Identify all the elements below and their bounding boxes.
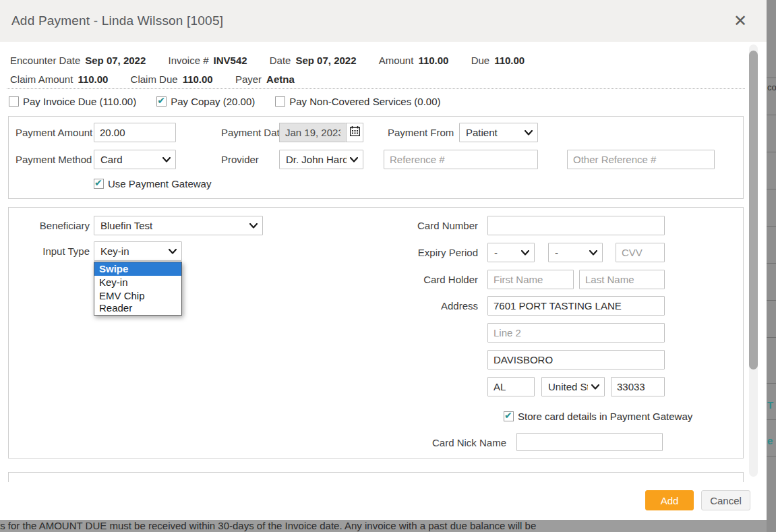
invoice-number-value: INV542 <box>214 55 247 66</box>
provider-select[interactable]: Dr. John Hardy <box>279 150 363 169</box>
due-label: Due <box>471 55 490 66</box>
country-value: United St <box>548 381 588 392</box>
encounter-date-label: Encounter Date <box>10 55 80 66</box>
payment-method-select[interactable]: Card <box>94 150 176 169</box>
background-row-divider <box>767 263 776 264</box>
background-row-divider <box>767 419 776 420</box>
payment-details-section: Payment Amount Payment Date Payment From… <box>8 116 744 199</box>
expiry-year-select[interactable]: - <box>548 243 603 262</box>
last-name-input[interactable] <box>579 270 665 289</box>
pay-noncovered-label: Pay Non-Covered Services (0.00) <box>289 96 440 107</box>
amount-label: Amount <box>379 55 414 66</box>
use-payment-gateway-checkbox[interactable]: Use Payment Gateway <box>94 178 211 189</box>
card-number-input[interactable] <box>487 216 665 235</box>
store-card-checkbox[interactable]: Store card details in Payment Gateway <box>504 411 692 422</box>
claim-amount-value: 110.00 <box>78 73 108 85</box>
background-text-fragment: e <box>767 435 773 446</box>
other-reference-input[interactable] <box>567 150 715 169</box>
country-select[interactable]: United St <box>541 377 605 396</box>
expiry-period-label: Expiry Period <box>386 243 478 262</box>
dotted-divider <box>7 88 745 89</box>
checkbox-checked-icon[interactable] <box>504 411 514 421</box>
input-type-select[interactable]: Key-in <box>94 241 182 261</box>
cvv-input[interactable] <box>616 243 665 262</box>
chevron-down-icon <box>525 130 533 136</box>
modal-title: Add Payment - Linda Wilsson [1005] <box>11 13 223 28</box>
background-row-divider <box>767 300 776 301</box>
beneficiary-value: Bluefin Test <box>100 220 152 231</box>
payment-amount-input[interactable] <box>94 123 176 142</box>
first-name-input[interactable] <box>487 270 574 289</box>
payer-value: Aetna <box>266 73 295 85</box>
background-page-right: co T e <box>767 0 776 532</box>
city-input[interactable] <box>487 350 665 370</box>
payment-amount-label: Payment Amount <box>16 123 92 142</box>
dropdown-option-key-in[interactable]: Key-in <box>94 276 181 289</box>
payment-from-select[interactable]: Patient <box>459 123 538 142</box>
beneficiary-label: Beneficiary <box>16 216 90 235</box>
chevron-down-icon <box>350 157 358 162</box>
background-page-bottom: ts for the AMOUNT DUE must be received w… <box>0 520 767 532</box>
pay-noncovered-checkbox[interactable]: Pay Non-Covered Services (0.00) <box>275 96 440 107</box>
dropdown-option-emv[interactable]: EMV Chip Reader <box>94 289 181 315</box>
address-line2-input[interactable] <box>487 323 665 343</box>
scrollbar-track[interactable] <box>749 45 758 477</box>
dropdown-option-swipe[interactable]: Swipe <box>94 262 181 276</box>
background-text-fragment: T <box>767 399 773 411</box>
card-details-section: Beneficiary Bluefin Test Input Type Key-… <box>8 207 744 459</box>
pay-invoice-due-checkbox[interactable]: Pay Invoice Due (110.00) <box>9 96 136 107</box>
calendar-button[interactable] <box>346 123 363 142</box>
invoice-number-label: Invoice # <box>168 55 208 66</box>
payment-from-label: Payment From <box>388 123 454 142</box>
background-row-divider <box>767 383 776 384</box>
zip-input[interactable] <box>611 377 665 396</box>
pay-copay-label: Pay Copay (20.00) <box>171 96 255 107</box>
background-row-divider <box>767 337 776 338</box>
checkbox-unchecked-icon[interactable] <box>9 96 19 107</box>
background-row-divider <box>767 226 776 227</box>
encounter-summary-row-2: Claim Amount110.00 Claim Due110.00 Payer… <box>10 73 314 85</box>
clipped-section <box>8 472 744 482</box>
card-nickname-label: Card Nick Name <box>413 433 506 452</box>
card-nickname-input[interactable] <box>516 433 663 451</box>
scrollbar-thumb[interactable] <box>749 51 758 370</box>
cancel-button[interactable]: Cancel <box>701 490 750 510</box>
use-payment-gateway-label: Use Payment Gateway <box>108 178 211 189</box>
pay-copay-checkbox[interactable]: Pay Copay (20.00) <box>156 96 255 107</box>
payment-date-label: Payment Date <box>221 123 285 142</box>
state-input[interactable] <box>487 377 535 396</box>
amount-value: 110.00 <box>418 55 448 66</box>
address-line1-input[interactable] <box>487 296 665 316</box>
close-icon[interactable]: ✕ <box>731 11 750 30</box>
claim-due-value: 110.00 <box>183 73 213 85</box>
modal-header: Add Payment - Linda Wilsson [1005] ✕ <box>0 0 767 42</box>
payment-method-label: Payment Method <box>16 150 92 169</box>
background-row-divider <box>767 115 776 115</box>
chevron-down-icon <box>169 249 177 254</box>
screen: Add Payment - Linda Wilsson [1005] ✕ Enc… <box>0 0 776 532</box>
expiry-month-value: - <box>494 247 498 258</box>
payment-from-value: Patient <box>466 127 498 138</box>
checkbox-checked-icon[interactable] <box>94 179 104 189</box>
checkbox-checked-icon[interactable] <box>156 96 167 107</box>
due-value: 110.00 <box>494 55 525 66</box>
encounter-summary-row-1: Encounter DateSep 07, 2022 Invoice #INV5… <box>10 55 544 66</box>
add-button[interactable]: Add <box>645 490 694 510</box>
background-row-divider <box>767 189 776 189</box>
card-holder-label: Card Holder <box>386 270 478 289</box>
input-type-label: Input Type <box>16 241 90 261</box>
chevron-down-icon <box>591 384 599 390</box>
provider-label: Provider <box>221 150 259 169</box>
input-type-dropdown: Swipe Key-in EMV Chip Reader <box>94 262 182 316</box>
background-text-fragment: co <box>767 82 776 92</box>
pay-options-row: Pay Invoice Due (110.00) Pay Copay (20.0… <box>9 96 441 107</box>
expiry-month-select[interactable]: - <box>487 243 535 262</box>
add-payment-modal: Add Payment - Linda Wilsson [1005] ✕ Enc… <box>0 0 767 520</box>
reference-number-input[interactable] <box>384 150 538 169</box>
chevron-down-icon <box>162 157 171 162</box>
background-row-divider <box>767 152 776 152</box>
checkbox-unchecked-icon[interactable] <box>275 96 285 107</box>
beneficiary-select[interactable]: Bluefin Test <box>94 216 263 235</box>
background-row-divider <box>767 456 776 456</box>
payer-label: Payer <box>235 73 262 85</box>
